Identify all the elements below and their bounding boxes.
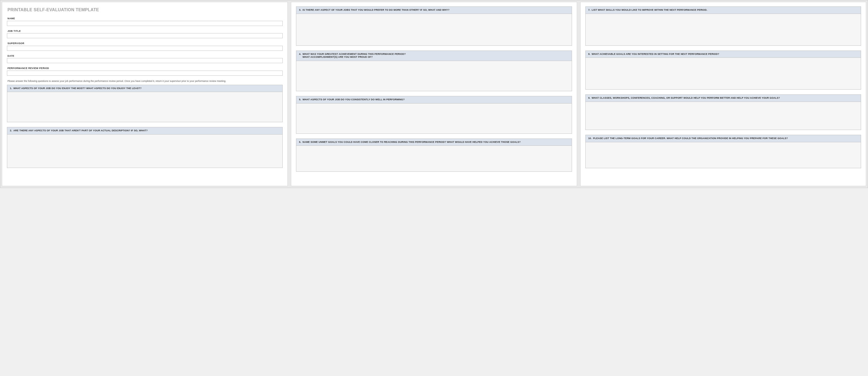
- question-1-text: WHAT ASPECTS OF YOUR JOB DO YOU ENJOY TH…: [13, 87, 280, 90]
- question-4-header: 4. WHAT WAS YOUR GREATEST ACHIEVEMENT DU…: [296, 51, 571, 61]
- field-job-title-input[interactable]: [7, 33, 283, 38]
- question-8-header: 8. WHAT ACHIEVABLE GOALS ARE YOU INTERES…: [586, 51, 861, 58]
- spacer: [7, 122, 283, 125]
- question-4: 4. WHAT WAS YOUR GREATEST ACHIEVEMENT DU…: [296, 51, 572, 91]
- question-3-body: [296, 14, 571, 45]
- question-6-answer[interactable]: [296, 146, 571, 171]
- question-9-body: [586, 102, 861, 130]
- question-7-number: 7.: [588, 8, 590, 12]
- question-1-header: 1. WHAT ASPECTS OF YOUR JOB DO YOU ENJOY…: [7, 85, 282, 92]
- question-3-text: IS THERE ANY ASPECT OF YOUR JOBS THAT YO…: [303, 8, 569, 12]
- question-1-body: [7, 92, 282, 122]
- question-4-body: [296, 61, 571, 91]
- field-review-period-label: PERFORMANCE REVIEW PERIOD: [7, 67, 283, 69]
- question-7-body: [586, 14, 861, 45]
- question-9: 9. WHAT CLASSES, WORKSHOPS, CONFERENCES,…: [585, 94, 861, 130]
- question-2-number: 2.: [10, 129, 12, 132]
- question-10-header: 10. PLEASE LIST THE LONG-TERM GOALS FOR …: [586, 135, 861, 142]
- question-10: 10. PLEASE LIST THE LONG-TERM GOALS FOR …: [585, 135, 861, 168]
- question-9-number: 9.: [588, 97, 590, 100]
- question-7-text: LIST WHAT SKILLS YOU WOULD LIKE TO IMPRO…: [592, 8, 858, 12]
- field-supervisor-input[interactable]: [7, 46, 283, 51]
- question-3-header: 3. IS THERE ANY ASPECT OF YOUR JOBS THAT…: [296, 7, 571, 14]
- question-4-number: 4.: [299, 53, 301, 59]
- question-10-answer[interactable]: [586, 142, 861, 168]
- question-8-answer[interactable]: [586, 58, 861, 89]
- field-job-title: JOB TITLE: [7, 30, 283, 38]
- question-6-body: [296, 146, 571, 171]
- page-1: PRINTABLE SELF-EVALUATION TEMPLATE NAME …: [2, 2, 288, 186]
- field-review-period: PERFORMANCE REVIEW PERIOD: [7, 67, 283, 76]
- question-8: 8. WHAT ACHIEVABLE GOALS ARE YOU INTERES…: [585, 51, 861, 90]
- question-4-text: WHAT WAS YOUR GREATEST ACHIEVEMENT DURIN…: [303, 53, 569, 59]
- question-10-body: [586, 142, 861, 168]
- question-6: 6. NAME SOME UNMET GOALS YOU COULD HAVE …: [296, 138, 572, 172]
- question-7-answer[interactable]: [586, 14, 861, 45]
- field-name-input[interactable]: [7, 21, 283, 26]
- page-2: 3. IS THERE ANY ASPECT OF YOUR JOBS THAT…: [291, 2, 577, 186]
- field-date-label: DATE: [7, 55, 283, 57]
- field-name: NAME: [7, 17, 283, 26]
- field-name-label: NAME: [7, 17, 283, 20]
- question-6-text: NAME SOME UNMET GOALS YOU COULD HAVE COM…: [303, 141, 569, 144]
- question-4-answer[interactable]: [296, 61, 571, 91]
- question-2-body: [7, 134, 282, 168]
- field-supervisor-label: SUPERVISOR: [7, 42, 283, 45]
- question-5: 5. WHAT ASPECTS OF YOUR JOB DO YOU CONSI…: [296, 96, 572, 134]
- question-2: 2. ARE THERE ANY ASPECTS OF YOUR JOB THA…: [7, 127, 283, 168]
- question-6-number: 6.: [299, 141, 301, 144]
- spacer: [296, 46, 572, 49]
- instructions-text: Please answer the following questions to…: [7, 80, 282, 83]
- question-10-number: 10.: [588, 137, 592, 140]
- question-9-header: 9. WHAT CLASSES, WORKSHOPS, CONFERENCES,…: [586, 95, 861, 102]
- question-10-text: PLEASE LIST THE LONG-TERM GOALS FOR YOUR…: [593, 137, 858, 140]
- spacer: [296, 91, 572, 94]
- field-review-period-input[interactable]: [7, 71, 283, 76]
- question-5-number: 5.: [299, 98, 301, 101]
- question-7-header: 7. LIST WHAT SKILLS YOU WOULD LIKE TO IM…: [586, 7, 861, 14]
- spacer: [585, 90, 861, 92]
- question-2-header: 2. ARE THERE ANY ASPECTS OF YOUR JOB THA…: [7, 127, 282, 134]
- field-date-input[interactable]: [7, 58, 283, 63]
- question-1: 1. WHAT ASPECTS OF YOUR JOB DO YOU ENJOY…: [7, 85, 283, 123]
- document-title: PRINTABLE SELF-EVALUATION TEMPLATE: [7, 7, 283, 12]
- question-3: 3. IS THERE ANY ASPECT OF YOUR JOBS THAT…: [296, 6, 572, 46]
- field-date: DATE: [7, 55, 283, 63]
- spacer: [296, 134, 572, 136]
- spacer: [585, 46, 861, 49]
- question-3-number: 3.: [299, 8, 301, 12]
- question-8-text: WHAT ACHIEVABLE GOALS ARE YOU INTERESTED…: [592, 53, 858, 56]
- question-7: 7. LIST WHAT SKILLS YOU WOULD LIKE TO IM…: [585, 6, 861, 46]
- question-9-text: WHAT CLASSES, WORKSHOPS, CONFERENCES, CO…: [592, 97, 858, 100]
- question-8-body: [586, 58, 861, 89]
- question-1-answer[interactable]: [7, 92, 282, 122]
- question-8-number: 8.: [588, 53, 590, 56]
- question-2-text: ARE THERE ANY ASPECTS OF YOUR JOB THAT A…: [13, 129, 280, 132]
- question-6-header: 6. NAME SOME UNMET GOALS YOU COULD HAVE …: [296, 139, 571, 146]
- question-1-number: 1.: [10, 87, 12, 90]
- question-2-answer[interactable]: [7, 134, 282, 168]
- question-5-body: [296, 103, 571, 133]
- field-job-title-label: JOB TITLE: [7, 30, 283, 32]
- question-3-answer[interactable]: [296, 14, 571, 45]
- question-9-answer[interactable]: [586, 102, 861, 130]
- page-3: 7. LIST WHAT SKILLS YOU WOULD LIKE TO IM…: [580, 2, 866, 186]
- field-supervisor: SUPERVISOR: [7, 42, 283, 51]
- question-5-header: 5. WHAT ASPECTS OF YOUR JOB DO YOU CONSI…: [296, 96, 571, 103]
- spacer: [585, 130, 861, 133]
- document-viewport: PRINTABLE SELF-EVALUATION TEMPLATE NAME …: [0, 0, 868, 188]
- question-5-answer[interactable]: [296, 103, 571, 133]
- question-5-text: WHAT ASPECTS OF YOUR JOB DO YOU CONSISTE…: [303, 98, 569, 101]
